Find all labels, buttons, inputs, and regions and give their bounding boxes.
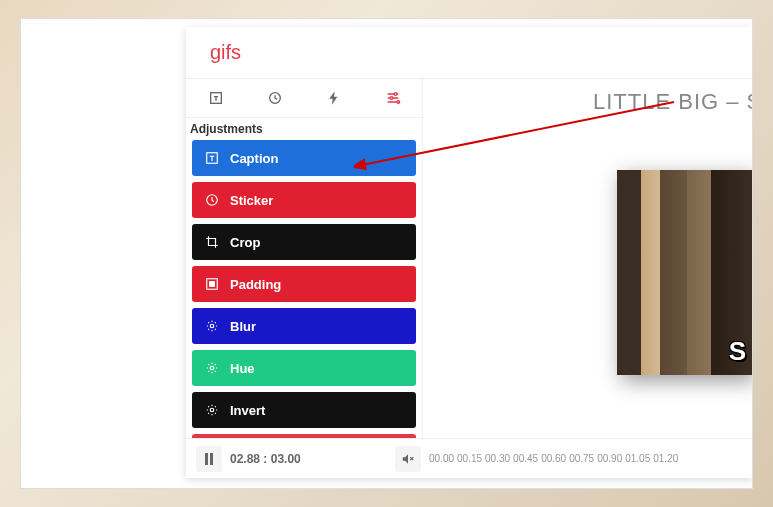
current-time: 02.88 xyxy=(230,452,260,466)
svg-rect-12 xyxy=(210,453,213,465)
tick: 01.05 xyxy=(625,453,650,464)
tab-caption[interactable] xyxy=(186,79,245,117)
adjustment-blur[interactable]: Blur xyxy=(192,308,416,344)
mute-button[interactable] xyxy=(395,446,421,472)
tab-timer[interactable] xyxy=(245,79,304,117)
sliders-icon xyxy=(385,90,401,106)
svg-point-9 xyxy=(210,366,214,370)
sidebar: Adjustments CaptionStickerCropPaddingBlu… xyxy=(186,79,423,438)
padding-icon xyxy=(204,276,220,292)
adjustment-sticker[interactable]: Sticker xyxy=(192,182,416,218)
crop-icon xyxy=(204,234,220,250)
adjustment-label: Sticker xyxy=(230,193,273,208)
blur-icon xyxy=(204,318,220,334)
pause-button[interactable] xyxy=(196,446,222,472)
bolt-icon xyxy=(326,90,342,106)
hue-icon xyxy=(204,360,220,376)
tick: 01.20 xyxy=(653,453,678,464)
tick: 00.30 xyxy=(485,453,510,464)
svg-point-1 xyxy=(394,93,397,96)
main-area: LITTLE BIG – SKIE S xyxy=(423,79,752,438)
tool-tabs xyxy=(186,79,422,118)
pause-icon xyxy=(204,453,214,465)
time-display: 02.88 : 03.00 xyxy=(230,452,387,466)
svg-point-3 xyxy=(397,101,400,104)
sticker-icon xyxy=(204,192,220,208)
total-time: 03.00 xyxy=(271,452,301,466)
svg-point-8 xyxy=(210,324,214,328)
adjustment-label: Hue xyxy=(230,361,255,376)
app-window: gifs Adjustments xyxy=(186,27,752,478)
adjustment-hue[interactable]: Hue xyxy=(192,350,416,386)
caption-icon xyxy=(204,150,220,166)
section-label: Adjustments xyxy=(186,118,422,140)
preview-area: S xyxy=(423,115,752,438)
speaker-muted-icon xyxy=(401,452,415,466)
tick: 00.15 xyxy=(457,453,482,464)
tick: 00.75 xyxy=(569,453,594,464)
adjustment-label: Caption xyxy=(230,151,278,166)
adjustment-crop[interactable]: Crop xyxy=(192,224,416,260)
timeline-ticks[interactable]: 00.0000.1500.3000.4500.6000.7500.9001.05… xyxy=(421,453,678,464)
adjustment-invert[interactable]: Invert xyxy=(192,392,416,428)
timer-icon xyxy=(267,90,283,106)
video-title: LITTLE BIG – SKIE xyxy=(423,79,752,115)
adjustment-label: Invert xyxy=(230,403,265,418)
tab-adjustments[interactable] xyxy=(363,79,422,117)
app-title: gifs xyxy=(186,27,752,78)
invert-icon xyxy=(204,402,220,418)
tick: 00.60 xyxy=(541,453,566,464)
tab-effects[interactable] xyxy=(304,79,363,117)
svg-point-10 xyxy=(210,408,214,412)
adjustments-list[interactable]: CaptionStickerCropPaddingBlurHueInvert xyxy=(186,140,422,434)
adjustment-padding[interactable]: Padding xyxy=(192,266,416,302)
svg-point-2 xyxy=(390,97,393,100)
svg-rect-11 xyxy=(205,453,208,465)
bottom-bar: 02.88 : 03.00 00.0000.1500.3000.4500.600… xyxy=(186,438,752,478)
adjustment-caption[interactable]: Caption xyxy=(192,140,416,176)
preview-thumbnail[interactable]: S xyxy=(617,170,752,375)
tick: 00.90 xyxy=(597,453,622,464)
caption-frame-icon xyxy=(208,90,224,106)
tick: 00.00 xyxy=(429,453,454,464)
adjustment-label: Blur xyxy=(230,319,256,334)
adjustment-label: Padding xyxy=(230,277,281,292)
adjustment-label: Crop xyxy=(230,235,260,250)
svg-rect-7 xyxy=(210,282,215,287)
tick: 00.45 xyxy=(513,453,538,464)
caption-overlay-text: S xyxy=(729,336,746,367)
